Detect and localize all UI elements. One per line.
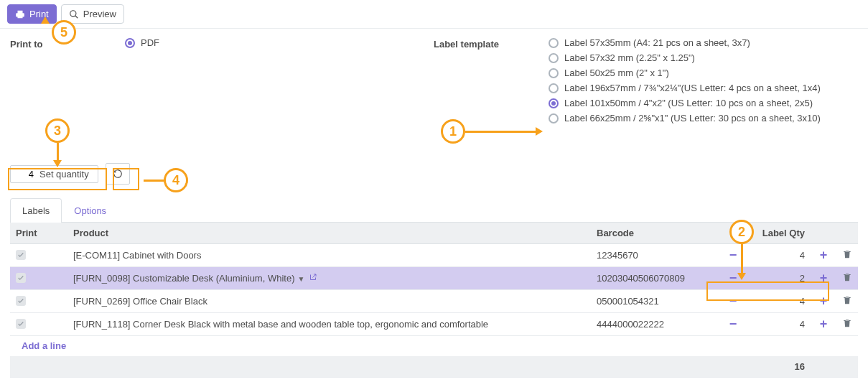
radio-dot-icon — [549, 38, 559, 48]
print-button-label: Print — [29, 9, 49, 19]
barcode-cell: 10203040506070809 — [591, 267, 720, 290]
qty-cell: 4 — [746, 244, 811, 267]
qty-increment[interactable]: + — [816, 319, 831, 329]
col-plus — [811, 223, 836, 244]
radio-dot-icon — [125, 38, 135, 48]
col-barcode: Barcode — [591, 223, 720, 244]
col-minus — [720, 223, 746, 244]
row-checkbox[interactable] — [16, 296, 26, 306]
total-qty: 16 — [746, 356, 811, 378]
product-cell: [FURN_1118] Corner Desk Black with metal… — [73, 319, 488, 330]
template-option-5[interactable]: Label 66x25mm / 2⅝"x1" (US Letter: 30 pc… — [549, 113, 858, 124]
label-template-options: Label 57x35mm (A4: 21 pcs on a sheet, 3x… — [549, 37, 858, 124]
col-print: Print — [10, 223, 67, 244]
tabs: Labels Options — [10, 197, 858, 223]
barcode-cell: 050001054321 — [591, 290, 720, 313]
qty-cell: 4 — [746, 313, 811, 336]
template-option-4[interactable]: Label 101x50mm / 4"x2" (US Letter: 10 pc… — [549, 98, 858, 108]
template-option-3[interactable]: Label 196x57mm / 7¾"x2¼"(US Letter: 4 pc… — [549, 83, 858, 93]
template-option-label: Label 50x25 mm (2" x 1") — [564, 67, 669, 78]
barcode-cell: 4444000022222 — [591, 313, 720, 336]
qty-cell: 4 — [746, 290, 811, 313]
col-product: Product — [67, 223, 591, 244]
row-checkbox[interactable] — [16, 273, 26, 283]
print-to-label: Print to — [10, 37, 125, 124]
qty-increment[interactable]: + — [816, 250, 831, 260]
col-delete — [836, 223, 858, 244]
radio-dot-icon — [549, 98, 559, 108]
preview-button-label: Preview — [83, 9, 116, 19]
external-link-icon[interactable] — [309, 273, 317, 284]
add-line-button[interactable]: Add a line — [16, 340, 66, 351]
qty-decrement[interactable]: − — [726, 273, 740, 283]
qty-decrement[interactable]: − — [726, 250, 740, 260]
template-option-label: Label 66x25mm / 2⅝"x1" (US Letter: 30 pc… — [564, 113, 821, 124]
table-row[interactable]: [FURN_0269] Office Chair Black0500010543… — [10, 290, 858, 313]
svg-point-0 — [70, 10, 75, 16]
delete-row[interactable] — [842, 320, 852, 330]
print-to-pdf-radio[interactable]: PDF — [125, 37, 434, 48]
qty-decrement[interactable]: − — [726, 319, 740, 329]
table-row[interactable]: [E-COM11] Cabinet with Doors12345670−4+ — [10, 244, 858, 267]
template-option-2[interactable]: Label 50x25 mm (2" x 1") — [549, 67, 858, 78]
template-option-0[interactable]: Label 57x35mm (A4: 21 pcs on a sheet, 3x… — [549, 37, 858, 48]
radio-dot-icon — [549, 83, 559, 93]
delete-row[interactable] — [842, 251, 852, 261]
qty-increment[interactable]: + — [816, 296, 831, 306]
product-cell: [FURN_0098] Customizable Desk (Aluminium… — [73, 273, 294, 284]
print-to-value: PDF — [141, 37, 159, 48]
template-option-label: Label 101x50mm / 4"x2" (US Letter: 10 pc… — [564, 98, 813, 108]
template-option-label: Label 57x35mm (A4: 21 pcs on a sheet, 3x… — [564, 37, 750, 48]
delete-row[interactable] — [842, 274, 852, 284]
reset-button[interactable] — [106, 163, 130, 185]
chevron-down-icon[interactable]: ▼ — [297, 275, 304, 283]
magnifier-icon — [69, 9, 79, 19]
labels-table: Print Product Barcode Label Qty [E-COM11… — [10, 223, 858, 378]
toolbar: Print Preview — [0, 0, 868, 29]
label-template-label: Label template — [434, 37, 549, 124]
qty-decrement[interactable]: − — [726, 296, 740, 306]
svg-line-1 — [75, 15, 78, 18]
template-option-label: Label 196x57mm / 7¾"x2¼"(US Letter: 4 pc… — [564, 83, 821, 93]
barcode-cell: 12345670 — [591, 244, 720, 267]
product-cell: [E-COM11] Cabinet with Doors — [73, 250, 201, 261]
radio-dot-icon — [549, 68, 559, 78]
undo-icon — [113, 169, 123, 179]
preview-button[interactable]: Preview — [61, 4, 124, 24]
tab-options[interactable]: Options — [62, 198, 118, 223]
delete-row[interactable] — [842, 297, 852, 307]
row-checkbox[interactable] — [16, 319, 26, 329]
printer-icon — [15, 9, 25, 19]
template-option-label: Label 57x32 mm (2.25" x 1.25") — [564, 52, 695, 63]
quantity-input[interactable] — [14, 169, 39, 180]
col-qty: Label Qty — [746, 223, 811, 244]
radio-dot-icon — [549, 53, 559, 63]
qty-cell: 2 — [746, 267, 811, 290]
table-row[interactable]: [FURN_1118] Corner Desk Black with metal… — [10, 313, 858, 336]
row-checkbox[interactable] — [16, 250, 26, 260]
qty-increment[interactable]: + — [816, 273, 831, 283]
set-quantity-group: Set quantity — [10, 165, 98, 183]
tab-labels[interactable]: Labels — [10, 198, 62, 223]
template-option-1[interactable]: Label 57x32 mm (2.25" x 1.25") — [549, 52, 858, 63]
print-button[interactable]: Print — [7, 4, 57, 24]
set-quantity-button[interactable]: Set quantity — [39, 169, 89, 180]
product-cell: [FURN_0269] Office Chair Black — [73, 296, 207, 307]
table-row[interactable]: [FURN_0098] Customizable Desk (Aluminium… — [10, 267, 858, 290]
radio-dot-icon — [549, 113, 559, 124]
